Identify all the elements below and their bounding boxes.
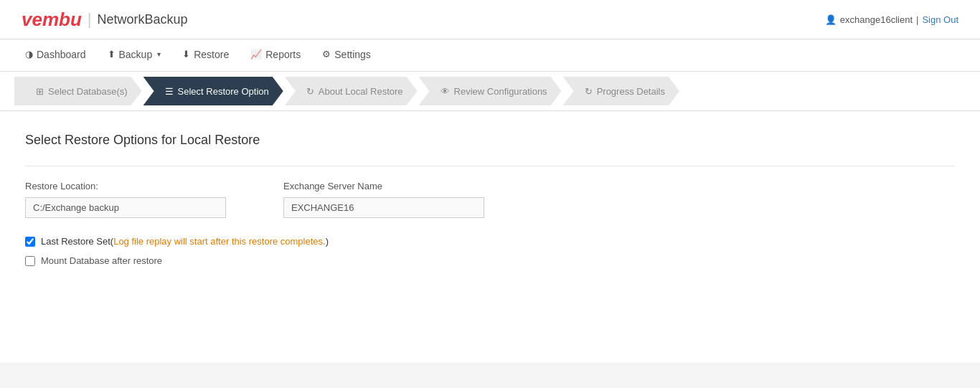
nav-item-dashboard[interactable]: ◑ Dashboard [14,39,97,71]
navbar: ◑ Dashboard ⬆ Backup ▾ ⬇ Restore 📈 Repor… [0,39,980,72]
last-restore-set-label: Last Restore Set(Log file replay will st… [41,236,329,247]
header-user-area: 👤 exchange16client | Sign Out [825,14,958,25]
content-divider [25,166,955,166]
wizard-step-select-database[interactable]: ⊞ Select Database(s) [14,77,142,105]
page-title: Select Restore Options for Local Restore [25,133,955,148]
wizard-step-select-restore-option[interactable]: ☰ Select Restore Option [143,77,283,105]
nav-label-dashboard: Dashboard [37,49,86,60]
wizard-step-label-select-database: Select Database(s) [48,86,128,97]
nav-item-settings[interactable]: ⚙ Settings [311,39,382,71]
restore-location-group: Restore Location: [25,181,226,218]
backup-dropdown-icon: ▾ [157,50,161,58]
backup-icon: ⬆ [108,49,116,60]
header-separator: | [916,14,918,25]
wizard-step-label-progress-details: Progress Details [597,86,665,97]
wizard-step-label-select-restore-option: Select Restore Option [178,86,269,97]
username-label: exchange16client [840,14,913,25]
nav-label-settings: Settings [334,49,371,60]
wizard-breadcrumb: ⊞ Select Database(s) ☰ Select Restore Op… [0,72,980,111]
wizard-step-about-local-restore[interactable]: ↻ About Local Restore [285,77,418,105]
nav-label-backup: Backup [119,49,153,60]
settings-icon: ⚙ [322,49,331,60]
nav-label-reports: Reports [265,49,301,60]
log-file-replay-text: Log file replay will start after this re… [113,236,326,247]
nav-item-restore[interactable]: ⬇ Restore [171,39,240,71]
select-database-icon: ⊞ [36,86,44,97]
wizard-step-label-review-configurations: Review Configurations [454,86,547,97]
nav-label-restore: Restore [194,49,229,60]
restore-location-label: Restore Location: [25,181,226,191]
about-local-restore-icon: ↻ [306,86,314,97]
exchange-server-group: Exchange Server Name [283,181,484,218]
last-restore-set-checkbox[interactable] [25,237,35,247]
reports-icon: 📈 [250,49,262,60]
form-section: Restore Location: Exchange Server Name [25,181,955,218]
nav-item-reports[interactable]: 📈 Reports [240,39,311,71]
restore-location-input[interactable] [25,197,226,218]
exchange-server-input[interactable] [283,197,484,218]
progress-details-icon: ↻ [585,86,593,97]
dashboard-icon: ◑ [25,49,33,60]
user-icon: 👤 [825,14,837,25]
logo: vembu | NetworkBackup [22,9,188,31]
wizard-step-label-about-local-restore: About Local Restore [319,86,403,97]
select-restore-icon: ☰ [165,86,174,97]
wizard-step-progress-details[interactable]: ↻ Progress Details [563,77,679,105]
last-restore-set-row: Last Restore Set(Log file replay will st… [25,236,955,247]
nav-item-backup[interactable]: ⬆ Backup ▾ [97,39,172,71]
logo-divider: | [88,10,92,29]
header: vembu | NetworkBackup 👤 exchange16client… [0,0,980,39]
checkbox-group: Last Restore Set(Log file replay will st… [25,236,955,266]
mount-database-checkbox[interactable] [25,256,35,266]
logo-networkbackup-text: NetworkBackup [98,12,188,27]
wizard-step-review-configurations[interactable]: 👁 Review Configurations [419,77,562,105]
review-config-icon: 👁 [440,86,450,97]
mount-database-row: Mount Database after restore [25,255,955,266]
logo-vembu-text: vembu [22,9,82,31]
mount-database-label: Mount Database after restore [41,255,162,266]
sign-out-link[interactable]: Sign Out [922,14,958,25]
main-content: Select Restore Options for Local Restore… [0,111,980,362]
restore-icon: ⬇ [182,49,190,60]
exchange-server-label: Exchange Server Name [283,181,484,191]
